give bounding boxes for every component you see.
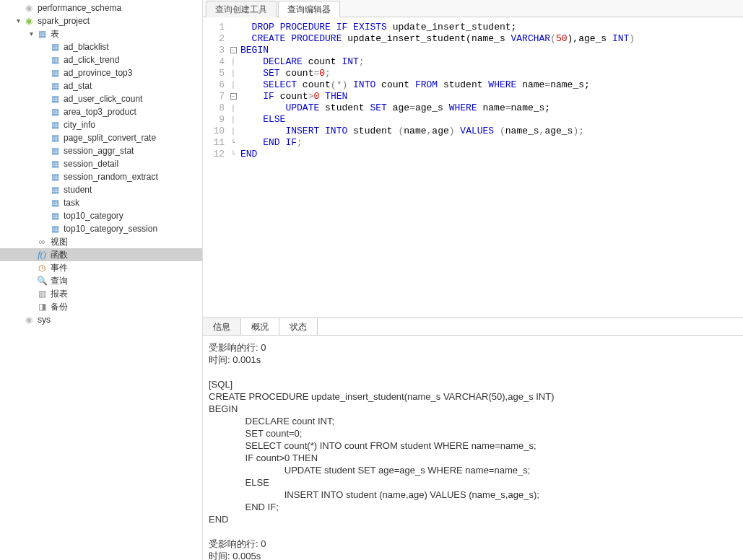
tree-label: page_split_convert_rate (64, 131, 156, 144)
tree-item-spark_project[interactable]: ▾◉spark_project (0, 14, 202, 27)
tree-label: performance_schema (38, 1, 121, 14)
query-icon: 🔍 (36, 275, 48, 286)
code-area[interactable]: DROP PROCEDURE IF EXISTS update_insert_s… (238, 22, 743, 318)
sql-editor[interactable]: 123456789101112 −│││−│││└└ DROP PROCEDUR… (203, 17, 743, 318)
tree-item-sys[interactable]: ◉sys (0, 313, 202, 326)
tab-查询创建工具[interactable]: 查询创建工具 (206, 1, 277, 17)
tree-item-page_split_convert_rate[interactable]: ▦page_split_convert_rate (0, 131, 202, 144)
tree-item-student[interactable]: ▦student (0, 183, 202, 196)
tree-item-session_aggr_stat[interactable]: ▦session_aggr_stat (0, 144, 202, 157)
view-icon: ∞ (36, 236, 48, 248)
result-text: 受影响的行: 0 时间: 0.001s [SQL] CREATE PROCEDU… (209, 341, 737, 560)
tree-item-ad_province_top3[interactable]: ▦ad_province_top3 (0, 66, 202, 79)
tree-item-视图[interactable]: ∞视图 (0, 235, 202, 248)
tree-label: 查询 (51, 274, 68, 287)
code-line-10[interactable]: INSERT INTO student (name,age) VALUES (n… (240, 126, 743, 137)
tree-label: student (64, 183, 92, 196)
tree-toggle-icon[interactable]: ▾ (13, 14, 23, 27)
code-line-8[interactable]: UPDATE student SET age=age_s WHERE name=… (240, 102, 743, 114)
tree-label: 备份 (51, 300, 68, 313)
tree-label: 表 (51, 27, 59, 40)
tree-item-ad_click_trend[interactable]: ▦ad_click_trend (0, 53, 202, 66)
table-icon: ▦ (49, 223, 61, 235)
table-icon: ▦ (49, 119, 61, 131)
code-line-6[interactable]: SELECT count(*) INTO count FROM student … (240, 79, 743, 91)
tree-label: ad_stat (64, 79, 92, 92)
table-icon: ▦ (49, 132, 61, 144)
tree-label: top10_category (64, 209, 123, 222)
backup-icon: ◨ (36, 301, 48, 312)
table-icon: ▦ (49, 67, 61, 79)
tree-item-performance_schema[interactable]: ◉performance_schema (0, 1, 202, 14)
table-icon: ▦ (49, 158, 61, 170)
table-icon: ▦ (49, 184, 61, 196)
table-icon: ▦ (49, 106, 61, 118)
tree-item-备份[interactable]: ◨备份 (0, 300, 202, 313)
main-panel: 查询创建工具查询编辑器 123456789101112 −│││−│││└└ D… (203, 0, 743, 560)
table-icon: ▦ (49, 93, 61, 105)
tree-item-ad_blacklist[interactable]: ▦ad_blacklist (0, 40, 202, 53)
tree-item-session_random_extract[interactable]: ▦session_random_extract (0, 170, 202, 183)
code-line-5[interactable]: SET count=0; (240, 68, 743, 79)
tree-item-查询[interactable]: 🔍查询 (0, 274, 202, 287)
tree-label: sys (38, 313, 51, 326)
editor-tabs: 查询创建工具查询编辑器 (203, 0, 743, 17)
tree-label: 视图 (51, 235, 68, 248)
fold-toggle-icon[interactable]: − (230, 93, 237, 100)
database-icon: ◉ (23, 314, 35, 325)
result-body[interactable]: 受影响的行: 0 时间: 0.001s [SQL] CREATE PROCEDU… (203, 336, 743, 560)
tree-item-ad_stat[interactable]: ▦ad_stat (0, 79, 202, 92)
code-line-9[interactable]: ELSE (240, 114, 743, 126)
tree-label: 报表 (51, 287, 68, 300)
event-icon: ◷ (36, 262, 48, 274)
tree-label: spark_project (38, 14, 90, 27)
tree-item-area_top3_product[interactable]: ▦area_top3_product (0, 105, 202, 118)
tree-item-city_info[interactable]: ▦city_info (0, 118, 202, 131)
result-tab-概况[interactable]: 概况 (241, 318, 279, 335)
tree-item-top10_category_session[interactable]: ▦top10_category_session (0, 222, 202, 235)
table-group-icon: ▦ (36, 28, 48, 40)
code-line-3[interactable]: BEGIN (240, 45, 743, 56)
tree-item-top10_category[interactable]: ▦top10_category (0, 209, 202, 222)
fold-column[interactable]: −│││−│││└└ (229, 22, 238, 318)
tree-label: task (64, 196, 79, 209)
tree-label: ad_user_click_count (64, 92, 142, 105)
tree-label: ad_blacklist (64, 40, 109, 53)
table-icon: ▦ (49, 80, 61, 92)
code-line-4[interactable]: DECLARE count INT; (240, 56, 743, 68)
tree-item-ad_user_click_count[interactable]: ▦ad_user_click_count (0, 92, 202, 105)
result-tabs: 信息概况状态 (203, 318, 743, 336)
line-gutter: 123456789101112 (203, 22, 229, 318)
result-tab-状态[interactable]: 状态 (279, 318, 318, 335)
tree-label: ad_click_trend (64, 53, 119, 66)
tree-label: session_random_extract (64, 170, 158, 183)
tree-item-task[interactable]: ▦task (0, 196, 202, 209)
tree-label: city_info (64, 118, 95, 131)
code-line-7[interactable]: IF count>0 THEN (240, 91, 743, 102)
result-tab-信息[interactable]: 信息 (203, 318, 241, 335)
tab-查询编辑器[interactable]: 查询编辑器 (278, 1, 340, 17)
table-icon: ▦ (49, 210, 61, 222)
tree-item-报表[interactable]: ▥报表 (0, 287, 202, 300)
tree-item-事件[interactable]: ◷事件 (0, 261, 202, 274)
tree-label: area_top3_product (64, 105, 136, 118)
tree-item-表[interactable]: ▾▦表 (0, 27, 202, 40)
table-icon: ▦ (49, 171, 61, 183)
code-line-2[interactable]: CREATE PROCEDURE update_insert_student(n… (240, 33, 743, 45)
function-icon: f() (36, 249, 48, 261)
tree-toggle-icon[interactable]: ▾ (26, 27, 36, 40)
tree-label: session_aggr_stat (64, 144, 134, 157)
fold-toggle-icon[interactable]: − (230, 47, 237, 53)
tree-item-函数[interactable]: f()函数 (0, 248, 202, 261)
database-icon: ◉ (23, 2, 35, 14)
table-icon: ▦ (49, 145, 61, 157)
code-line-12[interactable]: END (240, 149, 743, 160)
code-line-11[interactable]: END IF; (240, 137, 743, 149)
tree-item-session_detail[interactable]: ▦session_detail (0, 157, 202, 170)
database-icon: ◉ (23, 15, 35, 27)
tree-label: 事件 (51, 261, 68, 274)
table-icon: ▦ (49, 54, 61, 66)
sidebar-tree[interactable]: ◉performance_schema▾◉spark_project▾▦表▦ad… (0, 0, 203, 560)
table-icon: ▦ (49, 41, 61, 53)
code-line-1[interactable]: DROP PROCEDURE IF EXISTS update_insert_s… (240, 22, 743, 33)
